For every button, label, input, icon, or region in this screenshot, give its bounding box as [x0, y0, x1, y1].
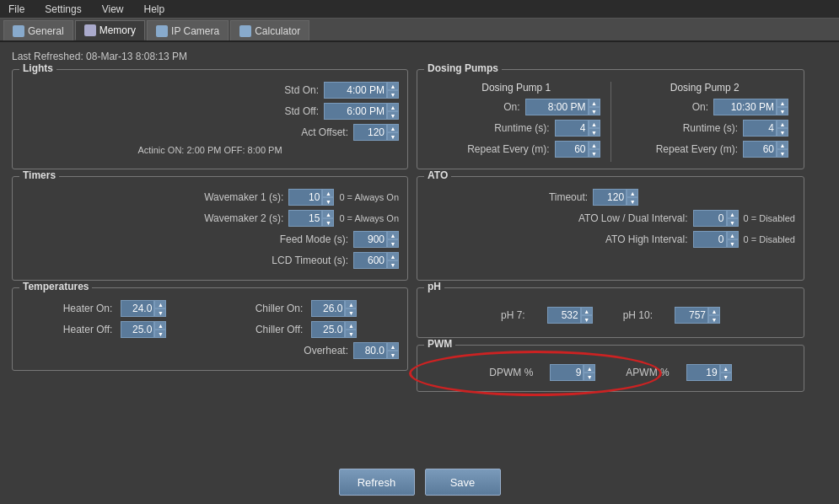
dpwm-down[interactable]: ▼	[584, 373, 595, 381]
ph10-input[interactable]	[675, 307, 708, 324]
main-content: Last Refreshed: 08-Mar-13 8:08:13 PM Lig…	[0, 42, 839, 504]
wavemaker2-down[interactable]: ▼	[322, 218, 334, 227]
wavemaker2-input[interactable]	[288, 210, 322, 227]
menu-settings[interactable]: Settings	[41, 2, 84, 17]
wavemaker1-spin-btns: ▲ ▼	[322, 189, 334, 206]
dosing-separator	[610, 82, 611, 162]
overheat-input[interactable]	[353, 342, 387, 359]
wavemaker2-up[interactable]: ▲	[322, 210, 334, 218]
pump1-on-input[interactable]	[525, 99, 589, 115]
heater-on-down[interactable]: ▼	[154, 308, 166, 317]
heater-off-up[interactable]: ▲	[154, 321, 166, 330]
pump1-repeat-spinbox: ▲ ▼	[555, 141, 600, 158]
menu-view[interactable]: View	[99, 2, 127, 17]
lcd-up[interactable]: ▲	[387, 252, 399, 260]
pump1-repeat-input[interactable]	[555, 141, 589, 158]
tab-calculator[interactable]: Calculator	[230, 20, 309, 40]
pump1-runtime-down[interactable]: ▼	[589, 128, 600, 137]
pump2-on-up[interactable]: ▲	[777, 99, 788, 107]
std-on-up[interactable]: ▲	[387, 82, 399, 90]
pump2-on-input[interactable]	[713, 99, 777, 115]
ph7-up[interactable]: ▲	[581, 307, 593, 315]
heater-off-input[interactable]	[121, 321, 154, 338]
row1: Lights Std On: ▲ ▼ Std Off: ▲ ▼	[12, 69, 827, 169]
apwm-input[interactable]	[686, 364, 720, 381]
pump2-runtime-input[interactable]	[743, 120, 777, 137]
lcd-input[interactable]	[353, 252, 387, 269]
ato-timeout-label: Timeout:	[549, 191, 588, 203]
heater-on-spinbox: ▲ ▼	[121, 300, 208, 317]
ato-timeout-up[interactable]: ▲	[627, 189, 638, 197]
lcd-row: LCD Timeout (s): ▲ ▼	[21, 252, 399, 269]
ph10-down[interactable]: ▼	[708, 315, 720, 324]
chiller-off-down[interactable]: ▼	[345, 330, 357, 338]
ato-high-up[interactable]: ▲	[727, 231, 739, 239]
ato-timeout-down[interactable]: ▼	[627, 197, 638, 206]
menu-help[interactable]: Help	[141, 2, 169, 17]
chiller-on-down[interactable]: ▼	[345, 308, 357, 317]
std-off-up[interactable]: ▲	[387, 103, 399, 111]
pump2-repeat-down[interactable]: ▼	[777, 149, 788, 158]
tab-memory[interactable]: Memory	[75, 20, 145, 40]
ato-timeout-input[interactable]	[593, 189, 627, 206]
ato-low-input[interactable]	[693, 210, 727, 227]
pump1-repeat-down[interactable]: ▼	[589, 149, 600, 158]
std-off-down[interactable]: ▼	[387, 111, 399, 120]
pump1-on-up[interactable]: ▲	[589, 99, 600, 107]
pump1-repeat-up[interactable]: ▲	[589, 141, 600, 149]
std-on-input[interactable]	[324, 82, 387, 99]
feedmode-up[interactable]: ▲	[387, 231, 399, 239]
refresh-button[interactable]: Refresh	[339, 469, 415, 496]
tab-ipcamera[interactable]: IP Camera	[147, 20, 229, 40]
heater-on-input[interactable]	[121, 300, 154, 317]
ph7-input[interactable]	[547, 307, 581, 324]
pump2-runtime-up[interactable]: ▲	[777, 120, 788, 128]
wavemaker1-input[interactable]	[288, 189, 322, 206]
chiller-off-spinbox: ▲ ▼	[311, 321, 399, 338]
feedmode-down[interactable]: ▼	[387, 239, 399, 248]
tab-general[interactable]: General	[3, 20, 73, 40]
dpwm-up[interactable]: ▲	[584, 364, 595, 373]
apwm-down[interactable]: ▼	[720, 373, 732, 381]
chiller-on-label: Chiller On:	[213, 303, 306, 314]
heater-off-spin-btns: ▲ ▼	[154, 321, 166, 338]
pump2-on-down[interactable]: ▼	[777, 107, 788, 115]
overheat-up[interactable]: ▲	[387, 342, 399, 351]
ph7-down[interactable]: ▼	[581, 315, 593, 324]
pump1-runtime-input[interactable]	[555, 120, 589, 137]
act-offset-input[interactable]	[353, 124, 387, 141]
menu-file[interactable]: File	[5, 2, 28, 17]
overheat-spinbox: ▲ ▼	[353, 342, 399, 359]
chiller-on-up[interactable]: ▲	[345, 300, 357, 308]
ato-low-up[interactable]: ▲	[727, 210, 739, 218]
ato-low-down[interactable]: ▼	[727, 218, 739, 227]
save-button[interactable]: Save	[425, 469, 501, 496]
lights-title: Lights	[19, 62, 56, 74]
dpwm-input[interactable]	[550, 364, 584, 381]
feedmode-input[interactable]	[353, 231, 387, 248]
chiller-off-input[interactable]	[311, 321, 345, 338]
act-offset-up[interactable]: ▲	[387, 124, 399, 132]
pump1-runtime-up[interactable]: ▲	[589, 120, 600, 128]
heater-on-up[interactable]: ▲	[154, 300, 166, 308]
wavemaker1-up[interactable]: ▲	[322, 189, 334, 197]
pump2-repeat-up[interactable]: ▲	[777, 141, 788, 149]
act-offset-down[interactable]: ▼	[387, 132, 399, 141]
chiller-on-spinbox: ▲ ▼	[311, 300, 399, 317]
chiller-on-spin-btns: ▲ ▼	[345, 300, 357, 317]
heater-off-down[interactable]: ▼	[154, 330, 166, 338]
pump2-repeat-input[interactable]	[743, 141, 777, 158]
wavemaker1-down[interactable]: ▼	[322, 197, 334, 206]
apwm-up[interactable]: ▲	[720, 364, 732, 373]
pump2-runtime-down[interactable]: ▼	[777, 128, 788, 137]
std-on-down[interactable]: ▼	[387, 90, 399, 99]
lcd-down[interactable]: ▼	[387, 260, 399, 269]
std-off-input[interactable]	[324, 103, 387, 120]
pump1-on-down[interactable]: ▼	[589, 107, 600, 115]
chiller-off-up[interactable]: ▲	[345, 321, 357, 330]
ato-high-down[interactable]: ▼	[727, 239, 739, 248]
ato-high-input[interactable]	[693, 231, 727, 248]
overheat-down[interactable]: ▼	[387, 351, 399, 359]
chiller-on-input[interactable]	[311, 300, 345, 317]
ph10-up[interactable]: ▲	[708, 307, 720, 315]
